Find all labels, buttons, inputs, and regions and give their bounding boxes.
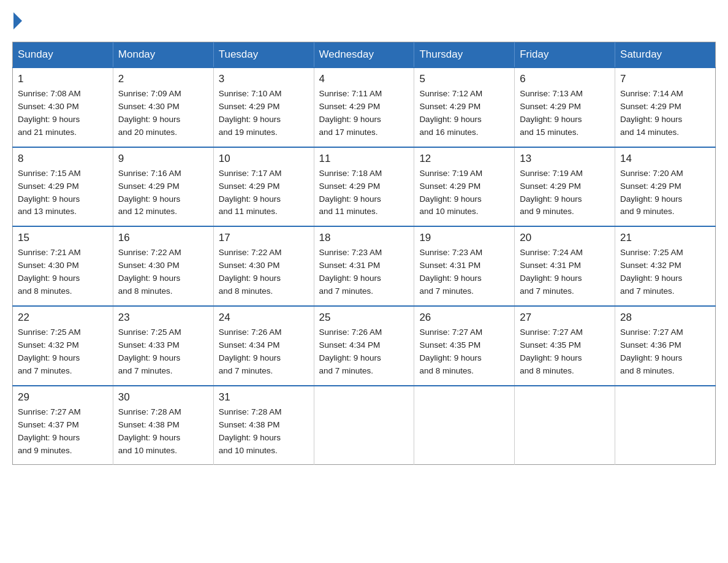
day-info: Sunrise: 7:27 AMSunset: 4:35 PMDaylight:…: [520, 326, 610, 378]
day-number: 18: [319, 232, 409, 244]
day-info: Sunrise: 7:26 AMSunset: 4:34 PMDaylight:…: [319, 326, 409, 378]
day-info: Sunrise: 7:22 AMSunset: 4:30 PMDaylight:…: [118, 247, 208, 298]
day-number: 1: [18, 73, 108, 85]
day-number: 31: [219, 391, 309, 404]
day-number: 22: [18, 312, 108, 324]
calendar-cell: 11 Sunrise: 7:18 AMSunset: 4:29 PMDaylig…: [314, 147, 414, 227]
calendar-cell: 25 Sunrise: 7:26 AMSunset: 4:34 PMDaylig…: [314, 306, 414, 386]
calendar-week-row: 15 Sunrise: 7:21 AMSunset: 4:30 PMDaylig…: [13, 226, 716, 306]
calendar-week-row: 1 Sunrise: 7:08 AMSunset: 4:30 PMDayligh…: [13, 67, 716, 147]
day-number: 9: [118, 153, 208, 165]
calendar-cell: 30 Sunrise: 7:28 AMSunset: 4:38 PMDaylig…: [113, 386, 213, 465]
day-number: 16: [118, 232, 208, 244]
day-number: 6: [520, 73, 610, 85]
header-tuesday: Tuesday: [213, 42, 314, 68]
day-info: Sunrise: 7:24 AMSunset: 4:31 PMDaylight:…: [520, 247, 610, 298]
calendar-cell: [314, 386, 414, 465]
day-info: Sunrise: 7:12 AMSunset: 4:29 PMDaylight:…: [419, 88, 509, 139]
calendar-week-row: 8 Sunrise: 7:15 AMSunset: 4:29 PMDayligh…: [13, 147, 716, 227]
day-info: Sunrise: 7:18 AMSunset: 4:29 PMDaylight:…: [319, 167, 409, 219]
day-number: 15: [18, 232, 108, 244]
calendar-week-row: 22 Sunrise: 7:25 AMSunset: 4:32 PMDaylig…: [13, 306, 716, 386]
day-info: Sunrise: 7:26 AMSunset: 4:34 PMDaylight:…: [219, 326, 309, 378]
day-info: Sunrise: 7:19 AMSunset: 4:29 PMDaylight:…: [419, 167, 509, 219]
calendar-table: SundayMondayTuesdayWednesdayThursdayFrid…: [12, 42, 716, 465]
day-number: 8: [18, 153, 108, 165]
calendar-cell: 6 Sunrise: 7:13 AMSunset: 4:29 PMDayligh…: [515, 67, 615, 147]
calendar-cell: 28 Sunrise: 7:27 AMSunset: 4:36 PMDaylig…: [615, 306, 716, 386]
day-info: Sunrise: 7:09 AMSunset: 4:30 PMDaylight:…: [118, 88, 208, 139]
day-info: Sunrise: 7:10 AMSunset: 4:29 PMDaylight:…: [219, 88, 309, 139]
calendar-cell: 20 Sunrise: 7:24 AMSunset: 4:31 PMDaylig…: [515, 226, 615, 306]
calendar-cell: 13 Sunrise: 7:19 AMSunset: 4:29 PMDaylig…: [515, 147, 615, 227]
day-number: 25: [319, 312, 409, 324]
day-number: 20: [520, 232, 610, 244]
logo: [12, 12, 23, 29]
day-info: Sunrise: 7:13 AMSunset: 4:29 PMDaylight:…: [520, 88, 610, 139]
calendar-cell: 15 Sunrise: 7:21 AMSunset: 4:30 PMDaylig…: [13, 226, 113, 306]
day-info: Sunrise: 7:28 AMSunset: 4:38 PMDaylight:…: [118, 406, 208, 458]
header-wednesday: Wednesday: [314, 42, 414, 68]
calendar-cell: 23 Sunrise: 7:25 AMSunset: 4:33 PMDaylig…: [113, 306, 213, 386]
calendar-cell: [615, 386, 716, 465]
calendar-cell: 12 Sunrise: 7:19 AMSunset: 4:29 PMDaylig…: [414, 147, 515, 227]
day-info: Sunrise: 7:23 AMSunset: 4:31 PMDaylight:…: [419, 247, 509, 298]
day-number: 14: [620, 153, 710, 165]
header-sunday: Sunday: [13, 42, 113, 68]
day-info: Sunrise: 7:27 AMSunset: 4:37 PMDaylight:…: [18, 406, 108, 458]
header-monday: Monday: [113, 42, 213, 68]
day-info: Sunrise: 7:15 AMSunset: 4:29 PMDaylight:…: [18, 167, 108, 219]
calendar-header-row: SundayMondayTuesdayWednesdayThursdayFrid…: [13, 42, 716, 68]
day-info: Sunrise: 7:19 AMSunset: 4:29 PMDaylight:…: [520, 167, 610, 219]
day-number: 28: [620, 312, 710, 324]
page-header: [12, 12, 716, 29]
day-info: Sunrise: 7:21 AMSunset: 4:30 PMDaylight:…: [18, 247, 108, 298]
calendar-cell: 4 Sunrise: 7:11 AMSunset: 4:29 PMDayligh…: [314, 67, 414, 147]
day-info: Sunrise: 7:23 AMSunset: 4:31 PMDaylight:…: [319, 247, 409, 298]
day-number: 12: [419, 153, 509, 165]
day-info: Sunrise: 7:20 AMSunset: 4:29 PMDaylight:…: [620, 167, 710, 219]
day-info: Sunrise: 7:25 AMSunset: 4:32 PMDaylight:…: [18, 326, 108, 378]
day-info: Sunrise: 7:17 AMSunset: 4:29 PMDaylight:…: [219, 167, 309, 219]
calendar-cell: 16 Sunrise: 7:22 AMSunset: 4:30 PMDaylig…: [113, 226, 213, 306]
day-info: Sunrise: 7:14 AMSunset: 4:29 PMDaylight:…: [620, 88, 710, 139]
calendar-cell: 8 Sunrise: 7:15 AMSunset: 4:29 PMDayligh…: [13, 147, 113, 227]
day-number: 3: [219, 73, 309, 85]
day-number: 2: [118, 73, 208, 85]
calendar-cell: 7 Sunrise: 7:14 AMSunset: 4:29 PMDayligh…: [615, 67, 716, 147]
header-friday: Friday: [515, 42, 615, 68]
calendar-cell: 14 Sunrise: 7:20 AMSunset: 4:29 PMDaylig…: [615, 147, 716, 227]
day-info: Sunrise: 7:08 AMSunset: 4:30 PMDaylight:…: [18, 88, 108, 139]
day-info: Sunrise: 7:25 AMSunset: 4:32 PMDaylight:…: [620, 247, 710, 298]
calendar-week-row: 29 Sunrise: 7:27 AMSunset: 4:37 PMDaylig…: [13, 386, 716, 465]
calendar-cell: 27 Sunrise: 7:27 AMSunset: 4:35 PMDaylig…: [515, 306, 615, 386]
calendar-cell: 19 Sunrise: 7:23 AMSunset: 4:31 PMDaylig…: [414, 226, 515, 306]
day-info: Sunrise: 7:11 AMSunset: 4:29 PMDaylight:…: [319, 88, 409, 139]
calendar-cell: 10 Sunrise: 7:17 AMSunset: 4:29 PMDaylig…: [213, 147, 314, 227]
day-info: Sunrise: 7:22 AMSunset: 4:30 PMDaylight:…: [219, 247, 309, 298]
day-number: 23: [118, 312, 208, 324]
day-number: 4: [319, 73, 409, 85]
day-info: Sunrise: 7:25 AMSunset: 4:33 PMDaylight:…: [118, 326, 208, 378]
calendar-cell: 29 Sunrise: 7:27 AMSunset: 4:37 PMDaylig…: [13, 386, 113, 465]
day-info: Sunrise: 7:16 AMSunset: 4:29 PMDaylight:…: [118, 167, 208, 219]
header-saturday: Saturday: [615, 42, 716, 68]
day-info: Sunrise: 7:27 AMSunset: 4:36 PMDaylight:…: [620, 326, 710, 378]
calendar-cell: 3 Sunrise: 7:10 AMSunset: 4:29 PMDayligh…: [213, 67, 314, 147]
day-number: 29: [18, 391, 108, 404]
calendar-cell: 9 Sunrise: 7:16 AMSunset: 4:29 PMDayligh…: [113, 147, 213, 227]
calendar-cell: 26 Sunrise: 7:27 AMSunset: 4:35 PMDaylig…: [414, 306, 515, 386]
day-number: 10: [219, 153, 309, 165]
day-number: 21: [620, 232, 710, 244]
logo-arrow-icon: [13, 12, 22, 29]
day-number: 17: [219, 232, 309, 244]
calendar-cell: [515, 386, 615, 465]
day-number: 30: [118, 391, 208, 404]
header-thursday: Thursday: [414, 42, 515, 68]
calendar-cell: [414, 386, 515, 465]
calendar-cell: 18 Sunrise: 7:23 AMSunset: 4:31 PMDaylig…: [314, 226, 414, 306]
day-number: 27: [520, 312, 610, 324]
calendar-cell: 22 Sunrise: 7:25 AMSunset: 4:32 PMDaylig…: [13, 306, 113, 386]
calendar-cell: 2 Sunrise: 7:09 AMSunset: 4:30 PMDayligh…: [113, 67, 213, 147]
day-info: Sunrise: 7:28 AMSunset: 4:38 PMDaylight:…: [219, 406, 309, 458]
